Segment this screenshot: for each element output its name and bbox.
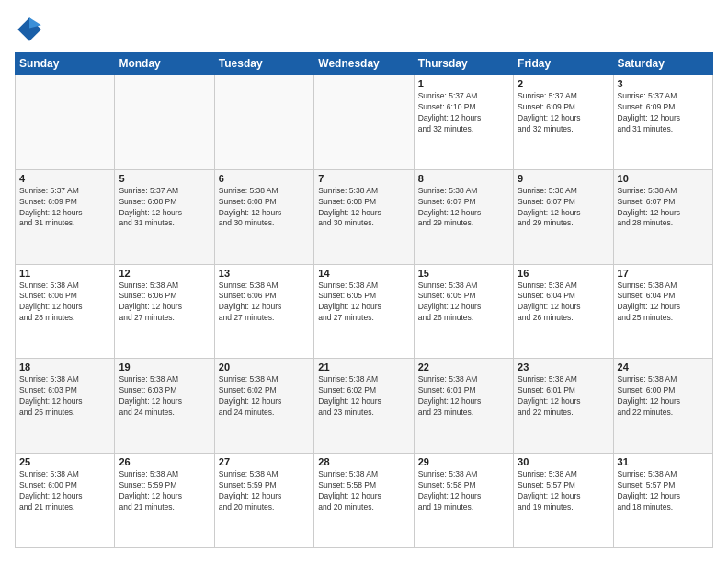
day-info: Sunrise: 5:38 AM Sunset: 6:08 PM Dayligh… (219, 186, 310, 230)
day-number: 12 (119, 268, 210, 279)
day-info: Sunrise: 5:38 AM Sunset: 6:06 PM Dayligh… (219, 281, 310, 325)
day-number: 18 (19, 362, 110, 373)
day-number: 5 (119, 173, 210, 184)
page: SundayMondayTuesdayWednesdayThursdayFrid… (0, 0, 728, 563)
day-info: Sunrise: 5:38 AM Sunset: 5:57 PM Dayligh… (518, 469, 609, 513)
day-number: 29 (418, 456, 509, 467)
day-info: Sunrise: 5:38 AM Sunset: 6:07 PM Dayligh… (518, 186, 609, 230)
day-info: Sunrise: 5:38 AM Sunset: 6:04 PM Dayligh… (618, 281, 709, 325)
day-info: Sunrise: 5:38 AM Sunset: 6:05 PM Dayligh… (418, 281, 509, 325)
calendar-week-row: 1Sunrise: 5:37 AM Sunset: 6:10 PM Daylig… (16, 75, 713, 170)
day-number: 26 (119, 456, 210, 467)
calendar-header-sunday: Sunday (16, 52, 115, 75)
day-info: Sunrise: 5:38 AM Sunset: 6:06 PM Dayligh… (19, 281, 110, 325)
calendar-day-18: 18Sunrise: 5:38 AM Sunset: 6:03 PM Dayli… (16, 359, 115, 454)
calendar-week-row: 11Sunrise: 5:38 AM Sunset: 6:06 PM Dayli… (16, 264, 713, 359)
calendar-header-thursday: Thursday (414, 52, 513, 75)
logo-icon (15, 15, 44, 44)
day-info: Sunrise: 5:38 AM Sunset: 6:05 PM Dayligh… (318, 281, 409, 325)
day-info: Sunrise: 5:38 AM Sunset: 5:59 PM Dayligh… (219, 469, 310, 513)
day-info: Sunrise: 5:37 AM Sunset: 6:09 PM Dayligh… (618, 91, 709, 135)
calendar-day-14: 14Sunrise: 5:38 AM Sunset: 6:05 PM Dayli… (314, 264, 414, 359)
calendar-day-13: 13Sunrise: 5:38 AM Sunset: 6:06 PM Dayli… (214, 264, 313, 359)
day-info: Sunrise: 5:37 AM Sunset: 6:09 PM Dayligh… (19, 186, 110, 230)
calendar-day-29: 29Sunrise: 5:38 AM Sunset: 5:58 PM Dayli… (414, 454, 513, 548)
calendar-week-row: 25Sunrise: 5:38 AM Sunset: 6:00 PM Dayli… (16, 454, 713, 548)
day-info: Sunrise: 5:38 AM Sunset: 6:03 PM Dayligh… (119, 374, 210, 419)
calendar-day-30: 30Sunrise: 5:38 AM Sunset: 5:57 PM Dayli… (514, 454, 613, 548)
calendar-week-row: 18Sunrise: 5:38 AM Sunset: 6:03 PM Dayli… (16, 359, 713, 454)
calendar-day-16: 16Sunrise: 5:38 AM Sunset: 6:04 PM Dayli… (514, 264, 613, 359)
day-number: 17 (618, 268, 709, 279)
day-info: Sunrise: 5:38 AM Sunset: 6:08 PM Dayligh… (318, 186, 409, 230)
calendar-day-28: 28Sunrise: 5:38 AM Sunset: 5:58 PM Dayli… (314, 454, 414, 548)
calendar-day-17: 17Sunrise: 5:38 AM Sunset: 6:04 PM Dayli… (613, 264, 712, 359)
day-info: Sunrise: 5:37 AM Sunset: 6:10 PM Dayligh… (418, 91, 509, 135)
logo (15, 15, 48, 44)
calendar-day-7: 7Sunrise: 5:38 AM Sunset: 6:08 PM Daylig… (314, 169, 414, 264)
day-info: Sunrise: 5:38 AM Sunset: 5:58 PM Dayligh… (318, 469, 409, 513)
day-number: 11 (19, 268, 110, 279)
calendar-header-wednesday: Wednesday (314, 52, 414, 75)
day-number: 9 (518, 173, 609, 184)
calendar-day-12: 12Sunrise: 5:38 AM Sunset: 6:06 PM Dayli… (115, 264, 214, 359)
svg-marker-1 (29, 17, 41, 28)
day-number: 27 (219, 456, 310, 467)
day-number: 24 (618, 362, 709, 373)
calendar-day-27: 27Sunrise: 5:38 AM Sunset: 5:59 PM Dayli… (214, 454, 313, 548)
calendar-empty (214, 75, 313, 170)
calendar-empty (314, 75, 414, 170)
day-number: 25 (19, 456, 110, 467)
day-info: Sunrise: 5:38 AM Sunset: 6:01 PM Dayligh… (518, 374, 609, 419)
calendar-day-1: 1Sunrise: 5:37 AM Sunset: 6:10 PM Daylig… (414, 75, 513, 170)
day-info: Sunrise: 5:38 AM Sunset: 6:02 PM Dayligh… (318, 374, 409, 419)
calendar-empty (16, 75, 115, 170)
day-info: Sunrise: 5:38 AM Sunset: 5:58 PM Dayligh… (418, 469, 509, 513)
day-number: 3 (618, 78, 709, 89)
day-info: Sunrise: 5:37 AM Sunset: 6:09 PM Dayligh… (518, 91, 609, 135)
calendar-day-20: 20Sunrise: 5:38 AM Sunset: 6:02 PM Dayli… (214, 359, 313, 454)
day-number: 23 (518, 362, 609, 373)
day-number: 7 (318, 173, 409, 184)
day-number: 28 (318, 456, 409, 467)
day-number: 4 (19, 173, 110, 184)
calendar-day-9: 9Sunrise: 5:38 AM Sunset: 6:07 PM Daylig… (514, 169, 613, 264)
calendar-day-10: 10Sunrise: 5:38 AM Sunset: 6:07 PM Dayli… (613, 169, 712, 264)
calendar-header-friday: Friday (514, 52, 613, 75)
calendar-day-4: 4Sunrise: 5:37 AM Sunset: 6:09 PM Daylig… (16, 169, 115, 264)
calendar-day-22: 22Sunrise: 5:38 AM Sunset: 6:01 PM Dayli… (414, 359, 513, 454)
calendar-table: SundayMondayTuesdayWednesdayThursdayFrid… (15, 52, 713, 548)
calendar-day-19: 19Sunrise: 5:38 AM Sunset: 6:03 PM Dayli… (115, 359, 214, 454)
day-number: 2 (518, 78, 609, 89)
day-number: 16 (518, 268, 609, 279)
day-number: 6 (219, 173, 310, 184)
calendar-day-31: 31Sunrise: 5:38 AM Sunset: 5:57 PM Dayli… (613, 454, 712, 548)
calendar-day-5: 5Sunrise: 5:37 AM Sunset: 6:08 PM Daylig… (115, 169, 214, 264)
calendar-day-11: 11Sunrise: 5:38 AM Sunset: 6:06 PM Dayli… (16, 264, 115, 359)
day-number: 10 (618, 173, 709, 184)
header (15, 15, 713, 44)
calendar-week-row: 4Sunrise: 5:37 AM Sunset: 6:09 PM Daylig… (16, 169, 713, 264)
day-info: Sunrise: 5:38 AM Sunset: 6:07 PM Dayligh… (418, 186, 509, 230)
day-number: 8 (418, 173, 509, 184)
day-number: 31 (618, 456, 709, 467)
day-number: 19 (119, 362, 210, 373)
day-number: 1 (418, 78, 509, 89)
day-info: Sunrise: 5:38 AM Sunset: 6:06 PM Dayligh… (119, 281, 210, 325)
day-info: Sunrise: 5:38 AM Sunset: 5:59 PM Dayligh… (119, 469, 210, 513)
calendar-day-15: 15Sunrise: 5:38 AM Sunset: 6:05 PM Dayli… (414, 264, 513, 359)
calendar-header-monday: Monday (115, 52, 214, 75)
calendar-header-saturday: Saturday (613, 52, 712, 75)
calendar-day-24: 24Sunrise: 5:38 AM Sunset: 6:00 PM Dayli… (613, 359, 712, 454)
day-info: Sunrise: 5:38 AM Sunset: 6:07 PM Dayligh… (618, 186, 709, 230)
calendar-empty (115, 75, 214, 170)
day-number: 14 (318, 268, 409, 279)
day-number: 22 (418, 362, 509, 373)
day-info: Sunrise: 5:38 AM Sunset: 6:01 PM Dayligh… (418, 374, 509, 419)
calendar-header-row: SundayMondayTuesdayWednesdayThursdayFrid… (16, 52, 713, 75)
calendar-day-21: 21Sunrise: 5:38 AM Sunset: 6:02 PM Dayli… (314, 359, 414, 454)
day-number: 13 (219, 268, 310, 279)
day-number: 21 (318, 362, 409, 373)
day-info: Sunrise: 5:38 AM Sunset: 6:00 PM Dayligh… (19, 469, 110, 513)
day-info: Sunrise: 5:38 AM Sunset: 6:04 PM Dayligh… (518, 281, 609, 325)
